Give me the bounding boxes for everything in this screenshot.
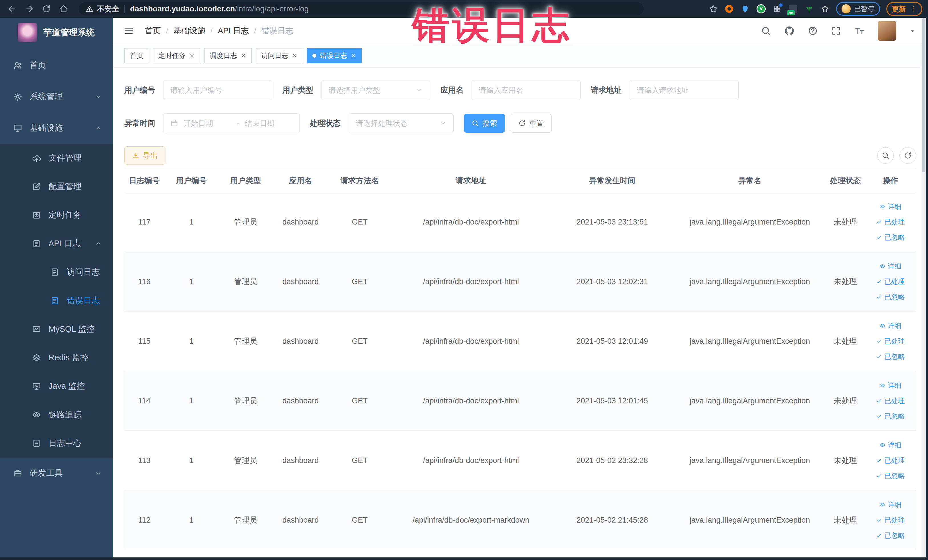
page-scrollbar[interactable]	[922, 18, 926, 557]
detail-link[interactable]: 详细	[867, 497, 913, 512]
detail-link[interactable]: 详细	[867, 199, 913, 214]
fullscreen-icon[interactable]	[831, 26, 841, 36]
refresh-table-button[interactable]	[899, 147, 916, 164]
window-bottom-edge	[0, 557, 928, 560]
processed-link[interactable]: 已处理	[867, 274, 913, 289]
eye-icon	[879, 442, 885, 448]
close-icon[interactable]	[189, 53, 195, 58]
detail-link[interactable]: 详细	[867, 258, 913, 274]
tag-定时任务[interactable]: 定时任务	[153, 48, 200, 63]
caret-down-icon[interactable]	[909, 27, 916, 34]
extension-sprout[interactable]	[804, 4, 814, 14]
github-icon[interactable]	[784, 26, 795, 36]
reload-icon	[42, 4, 51, 14]
filter-user-id: 用户编号 请输入用户编号	[124, 80, 272, 100]
ignored-link[interactable]: 已忽略	[867, 349, 913, 364]
sidebar-item-infrastructure[interactable]: 基础设施	[0, 112, 113, 144]
close-icon[interactable]	[351, 53, 356, 58]
breadcrumb-item[interactable]: API 日志	[218, 25, 249, 36]
sidebar-item-scheduled-tasks[interactable]: 定时任务	[0, 201, 113, 229]
mysql-icon	[32, 325, 41, 334]
extension-orange[interactable]	[724, 4, 734, 14]
sidebar-item-trace[interactable]: 链路追踪	[0, 401, 113, 429]
text-size-icon[interactable]	[855, 26, 865, 36]
ignored-link[interactable]: 已忽略	[867, 468, 913, 484]
app-name-cell: dashboard	[273, 371, 328, 431]
browser-reload-button[interactable]	[40, 2, 53, 15]
date-range-picker[interactable]: 开始日期 - 结束日期	[163, 113, 299, 133]
logo-row[interactable]: 芋道管理系统	[0, 18, 113, 47]
extension-shield[interactable]	[740, 4, 750, 14]
processed-link[interactable]: 已处理	[867, 453, 913, 468]
status-cell: 未处理	[826, 371, 865, 431]
close-icon[interactable]	[292, 53, 298, 58]
status-cell: 未处理	[826, 311, 865, 371]
export-button[interactable]: 导出	[124, 146, 165, 165]
extensions-puzzle-button[interactable]	[820, 4, 830, 14]
browser-update-pill[interactable]: 更新	[886, 2, 922, 16]
sidebar-item-system-management[interactable]: 系统管理	[0, 81, 113, 112]
processed-link[interactable]: 已处理	[867, 214, 913, 230]
ignored-link[interactable]: 已忽略	[867, 409, 913, 424]
process-status-select[interactable]: 请选择处理状态	[349, 113, 453, 133]
extension-on-badge[interactable]: on	[788, 4, 798, 14]
scrollbar-thumb[interactable]	[922, 18, 925, 172]
sidebar-item-home[interactable]: 首页	[0, 50, 113, 81]
address-bar[interactable]: 不安全 dashboard.yudao.iocoder.cn/infra/log…	[79, 2, 644, 15]
user-type-select[interactable]: 请选择用户类型	[321, 80, 430, 100]
sidebar-item-config-management[interactable]: 配置管理	[0, 172, 113, 201]
tampermonkey-paused-pill[interactable]: 已暂停	[836, 2, 880, 16]
app-name-cell: dashboard	[273, 431, 328, 490]
browser-forward-button[interactable]	[23, 2, 36, 15]
paused-badge-label: 已暂停	[854, 4, 875, 14]
breadcrumb-item[interactable]: 首页	[145, 25, 161, 36]
extension-green-circle[interactable]: V	[756, 4, 766, 14]
url-path: /infra/log/api-error-log	[235, 5, 309, 14]
sidebar-item-mysql-monitor[interactable]: MySQL 监控	[0, 315, 113, 343]
close-icon[interactable]	[241, 53, 246, 58]
hamburger-icon[interactable]	[124, 25, 135, 36]
request-url-input[interactable]: 请输入请求地址	[630, 80, 739, 100]
kebab-menu-icon[interactable]	[910, 5, 917, 12]
processed-link[interactable]: 已处理	[867, 334, 913, 349]
detail-link[interactable]: 详细	[867, 318, 913, 334]
browser-back-button[interactable]	[6, 2, 19, 15]
tag-访问日志[interactable]: 访问日志	[256, 48, 303, 63]
tag-调度日志[interactable]: 调度日志	[204, 48, 252, 63]
reset-button[interactable]: 重置	[511, 114, 552, 133]
sidebar-item-access-log[interactable]: 访问日志	[0, 258, 113, 287]
ignored-link[interactable]: 已忽略	[867, 289, 913, 305]
detail-link[interactable]: 详细	[867, 378, 913, 393]
breadcrumb-item[interactable]: 基础设施	[174, 25, 205, 36]
tag-错误日志[interactable]: 错误日志	[307, 48, 362, 63]
sidebar-item-dev-tools[interactable]: 研发工具	[0, 458, 113, 489]
green-circle-icon: V	[757, 4, 766, 14]
cloud-upload-icon	[32, 154, 41, 163]
sidebar-item-file-management[interactable]: 文件管理	[0, 144, 113, 172]
sidebar-item-redis-monitor[interactable]: Redis 监控	[0, 343, 113, 372]
processed-link[interactable]: 已处理	[867, 393, 913, 409]
app-name-input[interactable]: 请输入应用名	[472, 80, 580, 100]
sidebar-item-error-log[interactable]: 错误日志	[0, 287, 113, 315]
ignored-link[interactable]: 已忽略	[867, 230, 913, 245]
processed-link[interactable]: 已处理	[867, 512, 913, 528]
help-icon[interactable]	[807, 26, 818, 36]
sidebar-item-api-log[interactable]: API 日志	[0, 229, 113, 258]
sidebar-item-java-monitor[interactable]: Java 监控	[0, 372, 113, 401]
operations-cell: 详细已处理已忽略	[865, 311, 916, 371]
user-avatar[interactable]	[878, 21, 896, 41]
user-id-input[interactable]: 请输入用户编号	[163, 80, 272, 100]
input-placeholder: 请输入请求地址	[637, 85, 731, 95]
ignored-link[interactable]: 已忽略	[867, 528, 913, 543]
tag-首页[interactable]: 首页	[124, 48, 149, 63]
monkey-icon	[841, 4, 851, 14]
detail-link[interactable]: 详细	[867, 437, 913, 453]
toggle-search-button[interactable]	[877, 147, 894, 164]
browser-home-button[interactable]	[57, 2, 70, 15]
sidebar-item-log-center[interactable]: 日志中心	[0, 429, 113, 458]
search-button[interactable]: 搜索	[464, 114, 505, 133]
extension-grid[interactable]	[772, 4, 782, 14]
filter-label: 应用名	[441, 85, 464, 95]
bookmark-star-button[interactable]	[708, 4, 718, 14]
search-icon[interactable]	[761, 26, 771, 36]
